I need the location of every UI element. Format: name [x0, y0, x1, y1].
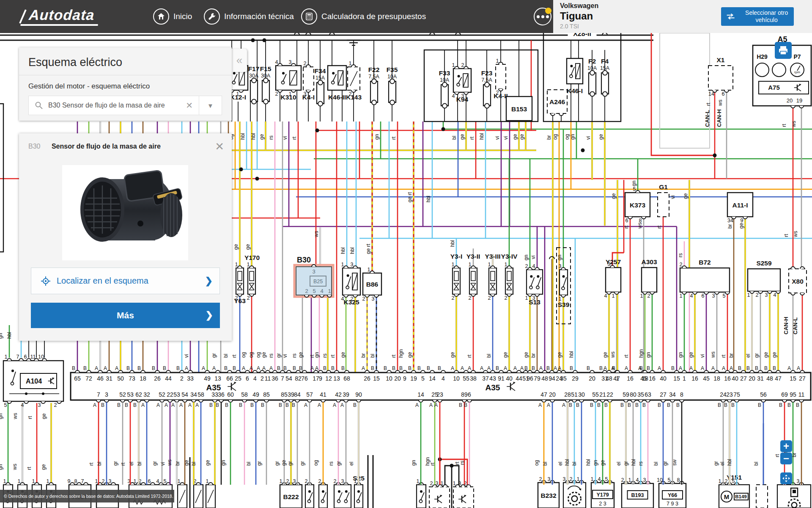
- svg-text:A: A: [468, 365, 471, 371]
- svg-text:gr: gr: [336, 461, 342, 466]
- svg-text:11: 11: [798, 391, 805, 398]
- vehicle-model: Tiguan: [560, 10, 593, 22]
- svg-text:8: 8: [74, 478, 77, 484]
- svg-text:K46-II: K46-II: [328, 94, 346, 101]
- svg-text:bl: bl: [653, 462, 659, 466]
- svg-text:20: 20: [394, 375, 401, 382]
- select-vehicle-button[interactable]: Seleccionar otro vehículo: [721, 7, 794, 26]
- svg-text:B: B: [176, 365, 180, 371]
- svg-text:2: 2: [647, 293, 650, 299]
- svg-text:2: 2: [318, 478, 321, 484]
- svg-text:hbl: hbl: [340, 247, 346, 254]
- clear-search-icon[interactable]: ✕: [180, 100, 199, 110]
- zoom-in-button[interactable]: +: [780, 440, 792, 452]
- zoom-out-button[interactable]: −: [780, 453, 792, 464]
- svg-text:rt: rt: [623, 354, 629, 358]
- svg-text:7: 7: [281, 375, 284, 382]
- autodata-logo[interactable]: Autodata: [20, 7, 99, 26]
- svg-text:2: 2: [305, 288, 308, 294]
- svg-text:2: 2: [349, 91, 352, 97]
- svg-text:13: 13: [333, 375, 340, 382]
- svg-text:B: B: [496, 365, 499, 371]
- svg-text:6: 6: [24, 354, 27, 360]
- svg-text:44: 44: [516, 375, 522, 382]
- svg-text:23: 23: [436, 391, 443, 398]
- svg-text:1: 1: [680, 293, 683, 299]
- more-menu-button[interactable]: [534, 8, 551, 25]
- svg-text:A: A: [315, 365, 318, 371]
- svg-text:rt: rt: [623, 225, 629, 229]
- svg-text:rt: rt: [27, 416, 33, 419]
- component-search[interactable]: ✕ ▼: [28, 96, 222, 115]
- nav-informacion-tecnica[interactable]: Información técnica: [204, 0, 294, 33]
- svg-text:18: 18: [140, 375, 146, 382]
- svg-text:4: 4: [636, 477, 639, 483]
- svg-text:16: 16: [724, 375, 731, 382]
- svg-text:B: B: [755, 365, 758, 371]
- svg-text:1: 1: [349, 61, 352, 66]
- svg-text:6: 6: [148, 478, 151, 484]
- svg-text:rt: rt: [391, 136, 397, 140]
- pan-button[interactable]: [780, 472, 792, 484]
- svg-text:rpm: rpm: [794, 70, 800, 74]
- svg-text:1: 1: [441, 480, 444, 486]
- svg-text:47: 47: [540, 391, 547, 398]
- svg-text:B: B: [724, 402, 727, 408]
- more-button[interactable]: Más ❯: [31, 303, 220, 328]
- svg-text:A: A: [722, 365, 725, 371]
- svg-text:gn: gn: [593, 460, 598, 466]
- svg-text:bl: bl: [96, 462, 102, 466]
- svg-text:9: 9: [319, 375, 322, 382]
- svg-text:B: B: [341, 365, 345, 371]
- svg-text:ge: ge: [245, 244, 251, 250]
- svg-text:B: B: [604, 402, 608, 408]
- svg-text:ws: ws: [710, 351, 716, 358]
- svg-text:ge: ge: [523, 352, 529, 358]
- svg-text:B: B: [764, 365, 768, 371]
- svg-text:1: 1: [628, 477, 631, 483]
- svg-text:og: og: [255, 352, 261, 358]
- svg-text:vi: vi: [530, 255, 536, 259]
- svg-text:4: 4: [532, 263, 535, 269]
- collapse-panel-button[interactable]: «: [232, 49, 247, 72]
- svg-text:75: 75: [733, 391, 740, 398]
- svg-text:17: 17: [313, 375, 319, 382]
- svg-text:gr: gr: [211, 353, 217, 358]
- svg-text:B: B: [216, 402, 219, 408]
- search-dropdown-button[interactable]: ▼: [199, 96, 222, 115]
- nav-label: Inicio: [173, 12, 192, 21]
- nav-inicio[interactable]: Inicio: [153, 0, 192, 33]
- svg-text:4: 4: [341, 296, 344, 302]
- nav-calculadora[interactable]: Calculadora de presupuestos: [301, 0, 426, 33]
- close-icon[interactable]: ✕: [215, 140, 224, 153]
- locate-in-schema-button[interactable]: Localizar en el esquema ❯: [31, 268, 220, 294]
- svg-text:rt: rt: [774, 454, 780, 457]
- svg-text:16: 16: [627, 375, 634, 382]
- svg-text:F15: F15: [260, 65, 272, 72]
- svg-text:A: A: [679, 365, 682, 371]
- svg-text:gn: gn: [0, 333, 3, 339]
- print-button[interactable]: [775, 42, 792, 59]
- svg-text:A: A: [625, 365, 628, 371]
- svg-text:15: 15: [673, 375, 680, 382]
- svg-text:2: 2: [488, 295, 491, 301]
- search-input[interactable]: [48, 102, 180, 109]
- svg-text:1: 1: [683, 375, 686, 382]
- svg-text:14: 14: [708, 91, 714, 97]
- svg-text:A: A: [711, 365, 715, 371]
- svg-text:39: 39: [343, 391, 349, 398]
- svg-text:22: 22: [606, 391, 613, 398]
- svg-text:rt: rt: [291, 136, 297, 140]
- svg-text:F35: F35: [387, 66, 398, 73]
- svg-text:rs: rs: [322, 353, 328, 358]
- svg-text:ge: ge: [763, 352, 769, 358]
- svg-text:B: B: [576, 402, 579, 408]
- svg-text:1: 1: [452, 62, 455, 68]
- svg-text:og: og: [241, 352, 247, 358]
- svg-text:Y63: Y63: [234, 297, 246, 304]
- svg-text:B232: B232: [540, 492, 556, 499]
- svg-text:1: 1: [354, 478, 357, 484]
- svg-text:F4: F4: [601, 58, 609, 65]
- svg-text:B: B: [209, 402, 213, 408]
- svg-text:2: 2: [247, 295, 250, 301]
